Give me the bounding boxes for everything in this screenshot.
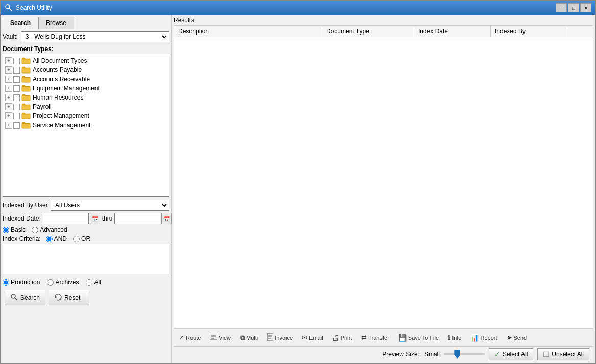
- tree-expand-icon[interactable]: +: [5, 85, 12, 92]
- search-button[interactable]: Search: [5, 290, 45, 305]
- radio-production[interactable]: Production: [3, 279, 40, 286]
- uncheck-icon: ☐: [543, 350, 550, 358]
- tree-checkbox[interactable]: [13, 67, 20, 74]
- save-to-file-button[interactable]: 💾 Save To File: [394, 332, 443, 344]
- maximize-button[interactable]: □: [568, 3, 579, 12]
- basic-label[interactable]: Basic: [11, 226, 26, 233]
- archives-radio[interactable]: [47, 279, 54, 286]
- folder-icon: [21, 94, 31, 101]
- date-from-input[interactable]: [43, 213, 89, 224]
- date-from-calendar-button[interactable]: 📅: [90, 213, 100, 224]
- date-to-input[interactable]: [114, 213, 160, 224]
- all-source-radio[interactable]: [86, 279, 92, 286]
- radio-advanced[interactable]: Advanced: [32, 226, 67, 233]
- tree-item-equipment-management[interactable]: + Equipment Management: [4, 84, 168, 93]
- production-radio[interactable]: [3, 279, 9, 286]
- doc-types-tree[interactable]: + All Document Types +: [3, 54, 169, 197]
- advanced-label[interactable]: Advanced: [40, 226, 67, 233]
- multi-button[interactable]: ⧉ Multi: [236, 332, 262, 344]
- tree-expand-icon[interactable]: +: [5, 76, 12, 83]
- radio-or[interactable]: OR: [73, 235, 90, 242]
- tree-expand-icon[interactable]: +: [5, 122, 12, 129]
- results-toolbar: ↗ Route View ⧉ Multi Invoi: [174, 329, 593, 346]
- bottom-buttons: Search Reset: [3, 286, 169, 307]
- app-icon: [5, 4, 13, 12]
- tab-browse[interactable]: Browse: [38, 17, 74, 29]
- info-button[interactable]: ℹ Info: [444, 332, 465, 344]
- reset-button[interactable]: Reset: [49, 290, 89, 305]
- radio-archives[interactable]: Archives: [47, 279, 79, 286]
- or-label[interactable]: OR: [81, 235, 90, 242]
- tree-item-human-resources[interactable]: + Human Resources: [4, 93, 168, 102]
- tree-label: Accounts Receivable: [33, 76, 90, 83]
- route-icon: ↗: [179, 334, 184, 342]
- window-title: Search Utility: [16, 4, 556, 11]
- radio-basic[interactable]: Basic: [3, 226, 26, 233]
- tree-expand-icon[interactable]: +: [5, 66, 12, 74]
- tree-label: Project Management: [33, 112, 89, 119]
- report-icon: 📊: [470, 334, 479, 342]
- date-to-calendar-button[interactable]: 📅: [161, 213, 172, 224]
- unselect-all-button[interactable]: ☐ Unselect All: [537, 348, 589, 360]
- report-button[interactable]: 📊 Report: [466, 332, 501, 344]
- folder-icon: [21, 76, 31, 83]
- tree-item-payroll[interactable]: + Payroll: [4, 102, 168, 111]
- preview-size-slider[interactable]: [444, 353, 485, 355]
- col-header-indexedby: Indexed By: [491, 26, 567, 37]
- tree-item-project-management[interactable]: + Project Management: [4, 111, 168, 120]
- and-radio[interactable]: [46, 236, 53, 242]
- archives-label[interactable]: Archives: [55, 279, 79, 286]
- tree-label: Service Management: [33, 122, 90, 129]
- index-criteria-textarea[interactable]: [3, 244, 169, 274]
- slider-container: [444, 353, 485, 355]
- invoice-button[interactable]: Invoice: [263, 331, 297, 344]
- and-label[interactable]: AND: [54, 235, 67, 242]
- tree-item-service-management[interactable]: + Service Management: [4, 120, 168, 130]
- production-label[interactable]: Production: [11, 279, 40, 286]
- index-criteria-section: Index Criteria: AND OR: [3, 235, 169, 242]
- tree-expand-icon[interactable]: +: [5, 94, 12, 101]
- print-button[interactable]: 🖨 Print: [328, 332, 356, 344]
- tree-checkbox[interactable]: [13, 113, 20, 119]
- minimize-button[interactable]: −: [556, 3, 567, 12]
- left-panel: Search Browse Vault: 3 - Wells Dug for L…: [1, 15, 172, 363]
- svg-line-1: [9, 8, 12, 11]
- route-button[interactable]: ↗ Route: [175, 332, 205, 344]
- radio-all[interactable]: All: [86, 279, 101, 286]
- advanced-radio[interactable]: [32, 227, 38, 233]
- preview-size-label: Preview Size: Small: [382, 351, 440, 358]
- tree-checkbox[interactable]: [13, 85, 20, 92]
- tree-expand-icon[interactable]: +: [5, 57, 12, 64]
- svg-rect-3: [22, 68, 30, 73]
- reset-icon: [54, 293, 62, 303]
- tree-checkbox[interactable]: [13, 76, 20, 83]
- tree-item-accounts-receivable[interactable]: + Accounts Receivable: [4, 75, 168, 84]
- close-button[interactable]: ✕: [580, 3, 591, 12]
- view-icon: [210, 334, 217, 342]
- indexed-by-row: Indexed By User: All Users: [3, 200, 169, 211]
- tree-expand-icon[interactable]: +: [5, 103, 12, 110]
- view-button[interactable]: View: [206, 332, 235, 344]
- tree-checkbox[interactable]: [13, 58, 20, 64]
- tab-search[interactable]: Search: [3, 17, 38, 29]
- all-label[interactable]: All: [94, 279, 101, 286]
- or-radio[interactable]: [73, 236, 80, 242]
- send-button[interactable]: ➤ Send: [503, 332, 531, 344]
- vault-row: Vault: 3 - Wells Dug for Less: [3, 31, 169, 42]
- tree-checkbox[interactable]: [13, 122, 20, 129]
- main-content: Search Browse Vault: 3 - Wells Dug for L…: [1, 15, 595, 363]
- tree-label: All Document Types: [33, 57, 87, 64]
- radio-and[interactable]: AND: [46, 235, 67, 242]
- search-icon: [10, 293, 18, 303]
- basic-radio[interactable]: [3, 227, 9, 233]
- tree-item-accounts-payable[interactable]: + Accounts Payable: [4, 65, 168, 75]
- indexed-by-select[interactable]: All Users: [51, 200, 169, 211]
- tree-checkbox[interactable]: [13, 94, 20, 101]
- select-all-button[interactable]: ✓ Select All: [489, 348, 533, 360]
- tree-checkbox[interactable]: [13, 104, 20, 110]
- transfer-button[interactable]: ⇄ Transfer: [357, 332, 393, 344]
- tree-item-all-doc-types[interactable]: + All Document Types: [4, 56, 168, 65]
- vault-select[interactable]: 3 - Wells Dug for Less: [21, 31, 169, 42]
- tree-expand-icon[interactable]: +: [5, 112, 12, 119]
- email-button[interactable]: ✉ Email: [298, 332, 327, 344]
